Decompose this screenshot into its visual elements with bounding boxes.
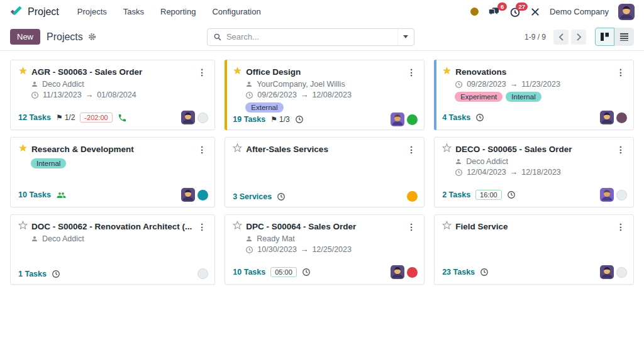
tasks-count-link[interactable]: 12 Tasks [18,113,51,122]
search-dropdown-caret[interactable] [397,29,414,45]
pager-next-button[interactable] [571,30,586,45]
flag-icon: ⚑ [270,115,277,124]
project-card-deco-s00065[interactable]: DECO - S00065 - Sales Order ⋮ Deco Addic… [434,137,634,207]
favorite-star-icon[interactable] [18,221,28,233]
assignee-avatar[interactable] [600,265,614,279]
date-end: 12/08/2023 [312,90,352,99]
nav-item-projects[interactable]: Projects [70,3,114,20]
project-title[interactable]: DPC - S00064 - Sales Order [246,222,401,231]
clock-activity-icon[interactable] [52,270,60,278]
presence-status-dot [470,8,479,16]
tasks-count-link[interactable]: 3 Services [233,192,272,201]
tools-button[interactable] [530,7,540,17]
kanban-status-dot[interactable] [616,112,627,123]
kanban-status-dot[interactable] [407,114,418,125]
kebab-menu-icon[interactable]: ⋮ [405,145,418,154]
project-card-office-design[interactable]: Office Design ⋮ YourCompany, Joel Willis… [225,60,425,130]
app-name[interactable]: Project [28,6,59,18]
favorite-star-icon[interactable] [442,143,452,155]
favorite-star-icon[interactable] [233,66,242,78]
kanban-status-dot[interactable] [616,190,627,200]
favorite-star-icon[interactable] [442,221,452,233]
kebab-menu-icon[interactable]: ⋮ [196,68,208,77]
favorite-star-icon[interactable] [18,66,28,78]
project-card-field-service[interactable]: Field Service ⋮ 23 Tasks [434,214,634,285]
project-title[interactable]: AGR - S00063 - Sales Order [31,67,192,77]
clock-activity-icon[interactable] [475,113,484,122]
favorite-star-icon[interactable] [18,143,28,155]
people-activity-icon[interactable] [56,190,67,200]
breadcrumb: Projects [47,31,83,43]
project-title[interactable]: Office Design [246,67,401,77]
project-card-research-development[interactable]: Research & Development ⋮ Internal 10 Tas… [10,137,215,207]
clock-activity-icon[interactable] [277,192,286,201]
tasks-count-link[interactable]: 19 Tasks [233,115,265,124]
clock-activity-icon[interactable] [295,115,304,124]
app-switcher[interactable]: Project [9,5,59,18]
project-title[interactable]: DECO - S00065 - Sales Order [455,145,611,154]
assignee-avatar[interactable] [391,265,404,279]
clock-activity-icon[interactable] [507,190,516,199]
nav-item-configuration[interactable]: Configuration [205,3,267,20]
clock-activity-icon[interactable] [302,268,311,277]
phone-activity-icon[interactable] [118,113,127,123]
project-card-dpc-s00064[interactable]: DPC - S00064 - Sales Order ⋮ Ready Mat 1… [225,214,425,285]
kebab-menu-icon[interactable]: ⋮ [405,222,418,231]
kanban-status-dot[interactable] [197,112,208,123]
arrow-icon: → [510,80,518,89]
project-title[interactable]: Field Service [455,222,611,231]
project-card-renovations[interactable]: Renovations ⋮ 09/28/2023 → 11/23/2023 Ex… [434,60,634,130]
favorite-star-icon[interactable] [233,221,242,233]
company-switcher[interactable]: Demo Company [550,7,609,16]
project-title[interactable]: DOC - S00062 - Renovation Architect (... [31,222,192,231]
project-card-agr-s00063[interactable]: AGR - S00063 - Sales Order ⋮ Deco Addict… [10,60,215,130]
kebab-menu-icon[interactable]: ⋮ [405,68,418,77]
project-title[interactable]: Research & Development [31,145,192,154]
clock-activity-icon[interactable] [480,268,489,277]
hours-badge: 16:00 [475,190,502,200]
favorite-star-icon[interactable] [442,66,452,78]
tags-row: Experiment Internal [455,92,627,102]
nav-item-reporting[interactable]: Reporting [153,3,203,20]
nav-item-tasks[interactable]: Tasks [116,3,151,20]
assignee-avatar[interactable] [181,188,195,202]
user-avatar[interactable] [618,4,635,20]
messages-button[interactable]: 6 [488,6,500,18]
kanban-status-dot[interactable] [197,268,208,279]
activities-button[interactable]: 27 [509,6,521,18]
new-button[interactable]: New [10,29,40,45]
project-card-doc-s00062[interactable]: DOC - S00062 - Renovation Architect (...… [10,214,215,285]
kebab-menu-icon[interactable]: ⋮ [614,68,627,77]
tasks-count-link[interactable]: 4 Tasks [442,113,470,122]
tasks-count-link[interactable]: 23 Tasks [442,268,475,277]
kebab-menu-icon[interactable]: ⋮ [196,222,208,231]
kanban-view-button[interactable] [595,28,614,46]
project-title[interactable]: Renovations [455,67,611,77]
assignee-avatar[interactable] [600,111,614,124]
kebab-menu-icon[interactable]: ⋮ [614,145,627,154]
gear-icon[interactable] [87,32,97,41]
kanban-status-dot[interactable] [407,267,418,278]
favorite-star-icon[interactable] [233,143,242,155]
project-card-after-sales-services[interactable]: After-Sales Services ⋮ 3 Services [225,137,425,207]
kebab-menu-icon[interactable]: ⋮ [614,222,627,231]
assignee-avatar[interactable] [391,112,404,126]
tasks-count-link[interactable]: 1 Tasks [18,270,47,278]
project-title[interactable]: After-Sales Services [246,145,401,154]
card-color-stripe [434,60,436,130]
list-view-button[interactable] [614,28,634,46]
tasks-count-link[interactable]: 10 Tasks [18,190,51,199]
kanban-status-dot[interactable] [197,190,208,200]
activities-badge: 27 [516,3,528,11]
pager-previous-button[interactable] [553,30,569,45]
kebab-menu-icon[interactable]: ⋮ [196,145,208,154]
assignee-avatar[interactable] [600,188,614,202]
partner-row: Deco Addict [455,157,627,166]
tasks-count-link[interactable]: 2 Tasks [442,190,470,199]
kanban-status-dot[interactable] [616,267,627,278]
tasks-count-link[interactable]: 10 Tasks [233,268,265,277]
kanban-status-dot[interactable] [407,191,418,202]
assignee-avatar[interactable] [181,111,195,124]
clock-icon [31,91,39,99]
search-input[interactable] [226,32,397,41]
